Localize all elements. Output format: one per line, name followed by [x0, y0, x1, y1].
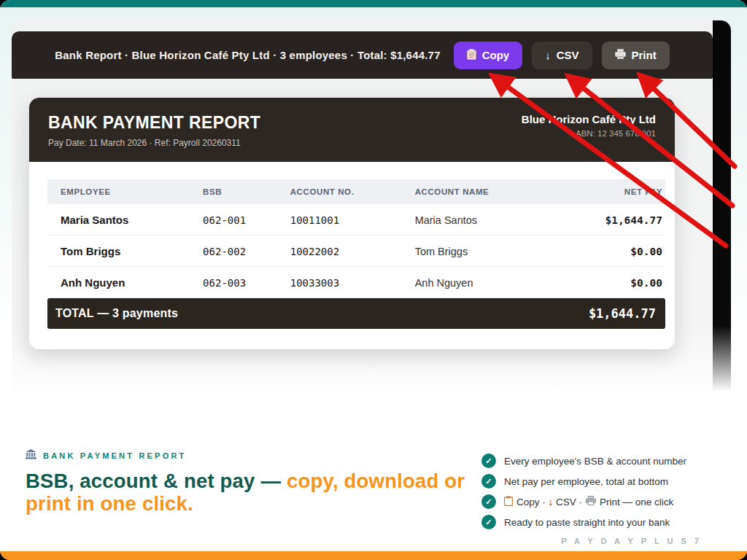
table-row: Anh Nguyen 062-003 10033003 Anh Nguyen $… [47, 267, 665, 298]
report-subtitle: Pay Date: 11 March 2026 · Ref: Payroll 2… [48, 138, 260, 148]
account-no-value: 10033003 [290, 267, 415, 298]
employee-name: Tom Briggs [47, 236, 203, 267]
list-item: ✓ Every employee's BSB & account number [481, 454, 719, 468]
csv-button-label: CSV [557, 49, 579, 61]
brand-watermark: P A Y D A Y P L U S 7 [561, 537, 702, 545]
list-item: ✓ Ready to paste straight into your bank [481, 515, 719, 529]
company-block: Blue Horizon Café Pty Ltd ABN: 12 345 67… [522, 113, 656, 138]
clipboard-icon [467, 49, 476, 62]
net-pay-value: $1,644.77 [558, 204, 665, 236]
bsb-value: 062-002 [203, 236, 290, 267]
company-abn: ABN: 12 345 678 901 [522, 129, 656, 138]
report-title-block: BANK PAYMENT REPORT Pay Date: 11 March 2… [48, 113, 260, 148]
col-account-name: ACCOUNT NAME [415, 179, 558, 204]
col-employee: EMPLOYEE [47, 179, 203, 204]
toolbar-summary: Bank Report · Blue Horizon Café Pty Ltd … [55, 49, 440, 61]
total-bar: TOTAL — 3 payments $1,644.77 [47, 298, 665, 329]
payments-table: EMPLOYEE BSB ACCOUNT NO. ACCOUNT NAME NE… [47, 179, 665, 298]
marketing-section: BANK PAYMENT REPORT BSB, account & net p… [0, 449, 747, 535]
bank-icon [26, 449, 36, 462]
toolbar-buttons: Copy ↓ CSV Print [454, 42, 670, 69]
company-name: Blue Horizon Café Pty Ltd [522, 113, 656, 125]
print-button-label: Print [632, 49, 657, 61]
printer-icon [615, 49, 626, 61]
copy-button-label: Copy [482, 49, 510, 61]
check-icon: ✓ [481, 515, 496, 529]
app-window: Bank Report · Blue Horizon Café Pty Ltd … [12, 20, 731, 402]
col-account-no: ACCOUNT NO. [290, 179, 415, 204]
account-name-value: Maria Santos [415, 204, 558, 236]
check-text-icons: Copy · ↓ CSV · Print — one click [504, 496, 673, 508]
net-pay-value: $0.00 [558, 267, 665, 298]
report-title: BANK PAYMENT REPORT [48, 113, 260, 133]
report-card-header: BANK PAYMENT REPORT Pay Date: 11 March 2… [29, 98, 675, 162]
check-text-part2: Print — one click [600, 497, 673, 508]
eyebrow-label: BANK PAYMENT REPORT [43, 451, 186, 460]
account-no-value: 10011001 [290, 204, 415, 236]
eyebrow: BANK PAYMENT REPORT [26, 449, 481, 462]
total-value: $1,644.77 [589, 306, 656, 321]
check-icon: ✓ [481, 494, 496, 509]
bank-payment-report-card: BANK PAYMENT REPORT Pay Date: 11 March 2… [29, 98, 675, 349]
account-name-value: Anh Nguyen [415, 267, 558, 298]
col-net-pay: NET PAY [558, 179, 665, 204]
check-icon: ✓ [481, 454, 496, 468]
check-text-part1: Copy · ↓ CSV · [516, 497, 582, 508]
report-toolbar: Bank Report · Blue Horizon Café Pty Ltd … [12, 31, 713, 79]
hero-section: Bank Report · Blue Horizon Café Pty Ltd … [0, 7, 747, 417]
headline-dark: BSB, account & net pay — [26, 470, 287, 492]
check-text: Ready to paste straight into your bank [504, 517, 670, 528]
employee-name: Anh Nguyen [47, 267, 203, 298]
print-button[interactable]: Print [602, 42, 670, 69]
list-item: ✓ Copy · ↓ CSV · Print — one click [481, 494, 719, 509]
table-row: Maria Santos 062-001 10011001 Maria Sant… [47, 204, 665, 236]
list-item: ✓ Net pay per employee, total at bottom [481, 474, 719, 489]
table-row: Tom Briggs 062-002 10022002 Tom Briggs $… [47, 236, 665, 267]
bottom-brand-strip [0, 551, 747, 560]
account-name-value: Tom Briggs [415, 236, 558, 267]
net-pay-value: $0.00 [558, 236, 665, 267]
check-text: Net pay per employee, total at bottom [504, 476, 668, 487]
bsb-value: 062-001 [203, 204, 290, 236]
feature-checklist: ✓ Every employee's BSB & account number … [481, 449, 719, 535]
csv-button[interactable]: ↓ CSV [532, 42, 592, 69]
col-bsb: BSB [203, 179, 290, 204]
payments-table-wrap: EMPLOYEE BSB ACCOUNT NO. ACCOUNT NAME NE… [29, 162, 675, 349]
bsb-value: 062-003 [203, 267, 290, 298]
headline: BSB, account & net pay — copy, download … [26, 470, 481, 516]
printer-icon [586, 496, 596, 508]
total-label: TOTAL — 3 payments [55, 307, 178, 320]
account-no-value: 10022002 [290, 236, 415, 267]
clipboard-icon [504, 496, 513, 508]
employee-name: Maria Santos [47, 204, 203, 236]
top-brand-strip [0, 0, 747, 7]
download-arrow-icon: ↓ [545, 49, 551, 61]
pitch-block: BANK PAYMENT REPORT BSB, account & net p… [26, 449, 481, 516]
check-icon: ✓ [481, 474, 496, 489]
table-header-row: EMPLOYEE BSB ACCOUNT NO. ACCOUNT NAME NE… [47, 179, 665, 204]
copy-button[interactable]: Copy [454, 42, 523, 69]
page: Bank Report · Blue Horizon Café Pty Ltd … [0, 0, 747, 560]
check-text: Every employee's BSB & account number [504, 456, 686, 467]
